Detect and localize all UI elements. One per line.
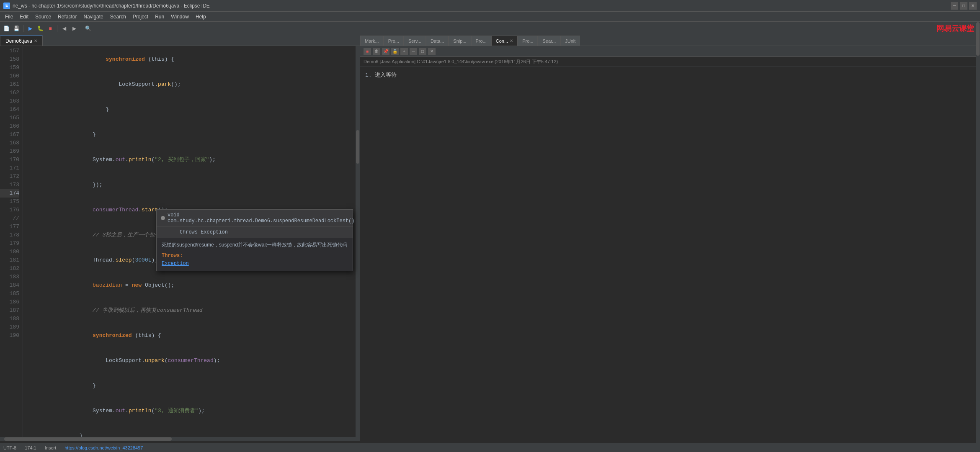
toolbar-back[interactable]: ◀ [59,24,69,33]
h-scrollbar-thumb[interactable] [4,437,172,441]
maximize-button[interactable]: □ [960,2,967,10]
code-line-162: }); [27,172,360,198]
console-close-btn[interactable]: ✕ [428,48,436,55]
code-line-161: System.out.println("2, 买到包子，回家"); [27,147,360,172]
right-tab-data[interactable]: Data... [426,36,449,46]
status-position: 174:1 [25,445,36,450]
tooltip-signature: void com.study.hc.chapter1.thread.Demo6.… [168,212,354,224]
console-clear-btn[interactable]: 🗑 [373,48,380,55]
bottom-scrollbar[interactable] [0,437,360,441]
editor-tab-bar: Demo6.java ✕ [0,35,360,46]
right-tab-bar: Mark... Pro... Serv... Data... Snip... P… [360,35,980,46]
code-line-171: System.out.println("3, 通知消费者"); [27,398,360,424]
line-numbers: 157 158 159 160 161 162 163 164 165 166 … [0,46,23,437]
status-encoding: UTF-8 [3,445,16,450]
right-tab-properties2[interactable]: Pro... [518,36,538,46]
code-line-160: } [27,122,360,147]
toolbar-sep2 [57,25,57,32]
console-minimize-btn[interactable]: ─ [410,48,417,55]
code-line-172: } [27,424,360,437]
editor-scrollbar[interactable] [356,46,360,437]
output-text-1: 进入等待 [375,72,397,78]
code-line-166: baozidian = new Object(); [27,273,360,298]
menu-help[interactable]: Help [192,13,209,21]
toolbar-save[interactable]: 💾 [12,24,21,33]
menu-bar: File Edit Source Refactor Navigate Searc… [0,12,980,22]
right-tab-junit[interactable]: JUnit [560,36,580,46]
toolbar-sep1 [23,25,23,32]
minimize-button[interactable]: ─ [951,2,958,10]
console-title-text: Demo6 [Java Application] C:\01Java\jre1.… [364,59,558,64]
menu-navigate[interactable]: Navigate [80,13,106,21]
toolbar-sep3 [81,25,81,32]
editor-tab-demo6[interactable]: Demo6.java ✕ [0,36,43,46]
tab-label: Demo6.java [5,38,32,44]
console-scrollbar[interactable] [976,22,980,452]
tooltip-method-icon [161,216,165,220]
console-scroll-lock-btn[interactable]: 🔒 [391,48,399,55]
menu-project[interactable]: Project [129,13,152,21]
status-mode: Insert [45,445,57,450]
toolbar: 📄 💾 ▶ 🐛 ■ ◀ ▶ 🔍 网易云课堂 [0,22,980,35]
console-area[interactable]: 1. 进入等待 [360,67,980,441]
tooltip-throws-value[interactable]: Exception [162,261,189,267]
right-tab-progress[interactable]: Pro... [471,36,491,46]
toolbar-stop[interactable]: ■ [46,24,55,33]
main-layout: Demo6.java ✕ 157 158 159 160 161 162 163… [0,35,980,441]
tooltip-popup: void com.study.hc.chapter1.thread.Demo6.… [156,209,353,271]
tab-close-icon[interactable]: ✕ [34,39,37,43]
right-panel: Mark... Pro... Serv... Data... Snip... P… [360,35,980,441]
status-bar: UTF-8 174:1 Insert https://blog.csdn.net… [0,443,980,452]
code-line-167: // 争取到锁以后，再恢复consumerThread [27,298,360,323]
right-tab-markers[interactable]: Mark... [360,36,384,46]
editor-content[interactable]: 157 158 159 160 161 162 163 164 165 166 … [0,46,360,437]
tooltip-throws-signature-text: throws Exception [168,229,228,235]
toolbar-forward[interactable]: ▶ [70,24,79,33]
toolbar-debug[interactable]: 🐛 [36,24,45,33]
netease-logo: 网易云课堂 [936,23,978,33]
console-maximize-btn[interactable]: □ [419,48,426,55]
tooltip-body: 死锁的suspend/resume，suspend并不会像wait一样释放锁，故… [157,238,353,271]
right-tab-snippets[interactable]: Snip... [449,36,471,46]
menu-source[interactable]: Source [32,13,54,21]
close-button[interactable]: ✕ [969,2,977,10]
tooltip-description: 死锁的suspend/resume，suspend并不会像wait一样释放锁，故… [162,241,348,249]
console-output-line1: 1. 进入等待 [365,71,975,80]
tooltip-throws-label: Throws: [162,252,348,259]
code-line-168: synchronized (this) { [27,323,360,348]
menu-search[interactable]: Search [107,13,129,21]
code-line-158: LockSupport.park(); [27,72,360,97]
console-scrollbar-thumb[interactable] [976,22,980,56]
toolbar-search[interactable]: 🔍 [83,24,93,33]
code-line-169: LockSupport.unpark(consumerThread); [27,348,360,373]
toolbar-new[interactable]: 📄 [2,24,11,33]
console-stop-btn[interactable]: ■ [364,48,371,55]
tooltip-header: void com.study.hc.chapter1.thread.Demo6.… [157,210,353,227]
toolbar-run[interactable]: ▶ [26,24,35,33]
right-tab-search[interactable]: Sear... [538,36,560,46]
menu-window[interactable]: Window [168,13,192,21]
menu-run[interactable]: Run [152,13,168,21]
tooltip-throws-signature: throws Exception [157,227,353,238]
editor-panel: Demo6.java ✕ 157 158 159 160 161 162 163… [0,35,360,441]
app-icon: E [3,3,10,9]
console-header: ■ 🗑 📌 🔒 + ─ □ ✕ [360,46,980,57]
menu-edit[interactable]: Edit [16,13,32,21]
console-pin-btn[interactable]: 📌 [382,48,389,55]
right-tab-servers[interactable]: Serv... [404,36,426,46]
code-line-159: } [27,97,360,122]
scrollbar-thumb[interactable] [356,130,359,164]
right-tab-properties1[interactable]: Pro... [384,36,404,46]
console-app-title: Demo6 [Java Application] C:\01Java\jre1.… [360,57,980,67]
status-blog[interactable]: https://blog.csdn.net/weixin_43228497 [64,445,143,450]
right-tab-console[interactable]: Con... ✕ [491,36,518,46]
code-line-157: synchronized (this) { [27,47,360,72]
window-title: ne_ws - hc-chapter-1/src/com/study/hc/th… [13,3,951,9]
console-tab-close[interactable]: ✕ [510,39,513,43]
menu-refactor[interactable]: Refactor [54,13,80,21]
menu-file[interactable]: File [2,13,16,21]
code-line-170: } [27,373,360,398]
console-new-btn[interactable]: + [400,48,408,55]
title-bar: E ne_ws - hc-chapter-1/src/com/study/hc/… [0,0,980,12]
window-controls[interactable]: ─ □ ✕ [951,2,977,10]
